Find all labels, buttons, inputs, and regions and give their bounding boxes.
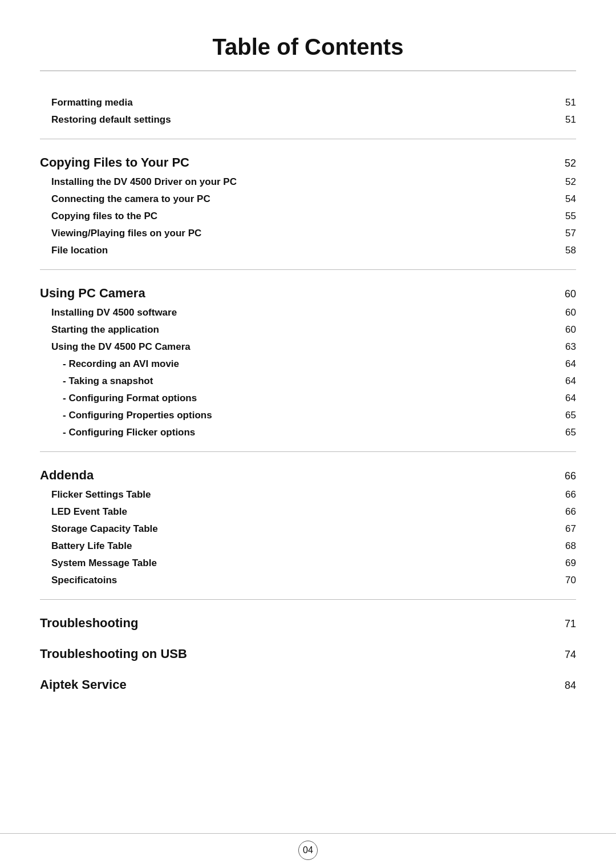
section-header-page: 60 bbox=[565, 288, 576, 300]
entry-label: - Recording an AVI movie bbox=[63, 358, 179, 370]
list-item: File location 58 bbox=[51, 242, 576, 259]
entry-label: Battery Life Table bbox=[51, 540, 132, 552]
entry-page: 67 bbox=[565, 523, 576, 535]
section-header-copying: Copying Files to Your PC 52 bbox=[40, 155, 576, 170]
entry-page: 55 bbox=[565, 211, 576, 222]
footer-page-number: 04 bbox=[298, 841, 318, 860]
subentries-copying: Installing the DV 4500 Driver on your PC… bbox=[40, 173, 576, 259]
section-header-page: 74 bbox=[565, 649, 576, 661]
list-item: Flicker Settings Table 66 bbox=[51, 486, 576, 503]
entry-label: Restoring default settings bbox=[51, 114, 171, 126]
entry-page: 51 bbox=[565, 114, 576, 126]
list-item: Using the DV 4500 PC Camera 63 bbox=[51, 338, 576, 356]
entry-label: Connecting the camera to your PC bbox=[51, 193, 210, 205]
list-item: - Configuring Format options 64 bbox=[63, 390, 576, 407]
entry-label: Using the DV 4500 PC Camera bbox=[51, 341, 191, 353]
entry-label: Installing DV 4500 software bbox=[51, 307, 177, 318]
section-addenda: Addenda 66 Flicker Settings Table 66 LED… bbox=[40, 468, 576, 589]
entry-page: 68 bbox=[565, 540, 576, 552]
entry-page: 66 bbox=[565, 489, 576, 500]
section-header-label: Addenda bbox=[40, 468, 94, 483]
subentries-pc-camera: Installing DV 4500 software 60 Starting … bbox=[40, 304, 576, 356]
entry-page: 64 bbox=[565, 393, 576, 404]
list-item: Installing the DV 4500 Driver on your PC… bbox=[51, 173, 576, 191]
list-item: Installing DV 4500 software 60 bbox=[51, 304, 576, 321]
entry-label: System Message Table bbox=[51, 558, 157, 569]
entry-page: 65 bbox=[565, 427, 576, 438]
entry-label: Flicker Settings Table bbox=[51, 489, 151, 500]
entry-label: Formatting media bbox=[51, 97, 133, 108]
section-header-aiptek: Aiptek Service 84 bbox=[40, 677, 576, 692]
footer: 04 bbox=[0, 833, 616, 868]
entry-label: Copying files to the PC bbox=[51, 211, 157, 222]
section-header-page: 52 bbox=[565, 158, 576, 169]
divider bbox=[40, 451, 576, 452]
section-header-label: Troubleshooting bbox=[40, 616, 138, 631]
list-item: LED Event Table 66 bbox=[51, 503, 576, 520]
entry-page: 66 bbox=[565, 506, 576, 518]
list-item: System Message Table 69 bbox=[51, 555, 576, 572]
entry-page: 60 bbox=[565, 307, 576, 318]
section-header-page: 84 bbox=[565, 680, 576, 692]
entry-label: - Configuring Flicker options bbox=[63, 427, 195, 438]
entry-page: 57 bbox=[565, 228, 576, 239]
section-formatting: Formatting media 51 Restoring default se… bbox=[40, 94, 576, 128]
entry-label: Storage Capacity Table bbox=[51, 523, 158, 535]
entry-page: 65 bbox=[565, 410, 576, 421]
section-header-label: Copying Files to Your PC bbox=[40, 155, 189, 170]
page-title: Table of Contents bbox=[40, 34, 576, 71]
sub-subentries-pc-camera: - Recording an AVI movie 64 - Taking a s… bbox=[40, 356, 576, 441]
list-item: - Configuring Properties options 65 bbox=[63, 407, 576, 424]
list-item: Restoring default settings 51 bbox=[51, 111, 576, 128]
list-item: Copying files to the PC 55 bbox=[51, 208, 576, 225]
entry-label: Starting the application bbox=[51, 324, 159, 336]
section-header-page: 66 bbox=[565, 470, 576, 482]
section-copying: Copying Files to Your PC 52 Installing t… bbox=[40, 155, 576, 259]
list-item: Formatting media 51 bbox=[51, 94, 576, 111]
divider bbox=[40, 599, 576, 600]
subentries-formatting: Formatting media 51 Restoring default se… bbox=[40, 94, 576, 128]
page: Table of Contents Formatting media 51 Re… bbox=[0, 0, 616, 868]
section-pc-camera: Using PC Camera 60 Installing DV 4500 so… bbox=[40, 286, 576, 441]
entry-page: 51 bbox=[565, 97, 576, 108]
entry-page: 64 bbox=[565, 358, 576, 370]
section-header-label: Troubleshooting on USB bbox=[40, 647, 187, 661]
list-item: Viewing/Playing files on your PC 57 bbox=[51, 225, 576, 242]
entry-page: 54 bbox=[565, 193, 576, 205]
entry-label: Viewing/Playing files on your PC bbox=[51, 228, 201, 239]
list-item: - Taking a snapshot 64 bbox=[63, 373, 576, 390]
divider bbox=[40, 139, 576, 139]
entry-page: 60 bbox=[565, 324, 576, 336]
entry-page: 69 bbox=[565, 558, 576, 569]
entry-page: 64 bbox=[565, 376, 576, 387]
list-item: Connecting the camera to your PC 54 bbox=[51, 191, 576, 208]
section-header-troubleshooting-usb: Troubleshooting on USB 74 bbox=[40, 647, 576, 661]
list-item: - Configuring Flicker options 65 bbox=[63, 424, 576, 441]
list-item: - Recording an AVI movie 64 bbox=[63, 356, 576, 373]
entry-label: LED Event Table bbox=[51, 506, 127, 518]
section-troubleshooting-group: Troubleshooting 71 Troubleshooting on US… bbox=[40, 616, 576, 692]
subentries-addenda: Flicker Settings Table 66 LED Event Tabl… bbox=[40, 486, 576, 589]
entry-label: File location bbox=[51, 245, 108, 256]
section-header-label: Aiptek Service bbox=[40, 677, 127, 692]
entry-label: - Configuring Properties options bbox=[63, 410, 212, 421]
section-header-pc-camera: Using PC Camera 60 bbox=[40, 286, 576, 301]
entry-label: - Configuring Format options bbox=[63, 393, 197, 404]
list-item: Battery Life Table 68 bbox=[51, 538, 576, 555]
divider bbox=[40, 269, 576, 270]
entry-page: 70 bbox=[565, 575, 576, 586]
entry-page: 63 bbox=[565, 341, 576, 353]
entry-page: 52 bbox=[565, 176, 576, 188]
entry-label: Installing the DV 4500 Driver on your PC bbox=[51, 176, 237, 188]
section-header-label: Using PC Camera bbox=[40, 286, 145, 301]
entry-label: - Taking a snapshot bbox=[63, 376, 153, 387]
list-item: Storage Capacity Table 67 bbox=[51, 520, 576, 538]
entry-page: 58 bbox=[565, 245, 576, 256]
section-header-troubleshooting: Troubleshooting 71 bbox=[40, 616, 576, 631]
section-header-page: 71 bbox=[565, 618, 576, 630]
entry-label: Specificatoins bbox=[51, 575, 117, 586]
list-item: Starting the application 60 bbox=[51, 321, 576, 338]
section-header-addenda: Addenda 66 bbox=[40, 468, 576, 483]
list-item: Specificatoins 70 bbox=[51, 572, 576, 589]
